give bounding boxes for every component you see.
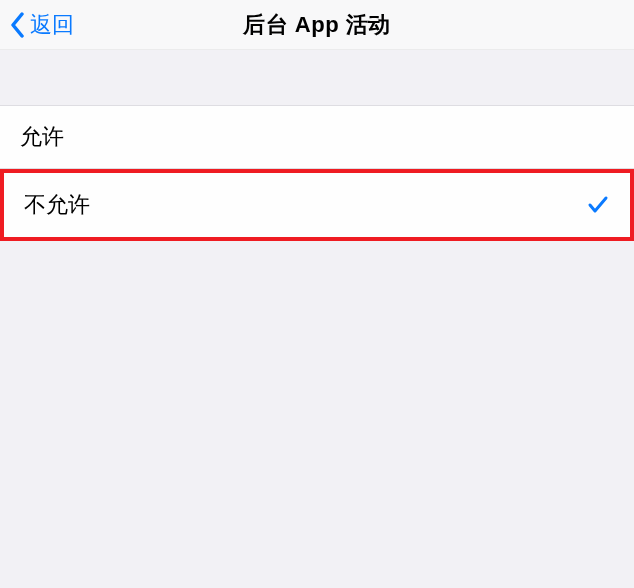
back-label: 返回 [30, 10, 74, 40]
back-button[interactable]: 返回 [0, 10, 74, 40]
option-label: 允许 [20, 122, 64, 152]
options-list: 允许 不允许 [0, 105, 634, 241]
section-spacer [0, 50, 634, 105]
page-title: 后台 App 活动 [243, 10, 391, 40]
option-allow[interactable]: 允许 [0, 105, 634, 169]
option-deny[interactable]: 不允许 [0, 169, 634, 241]
chevron-left-icon [10, 12, 26, 38]
checkmark-icon [586, 193, 610, 217]
navbar: 返回 后台 App 活动 [0, 0, 634, 50]
option-label: 不允许 [24, 190, 90, 220]
